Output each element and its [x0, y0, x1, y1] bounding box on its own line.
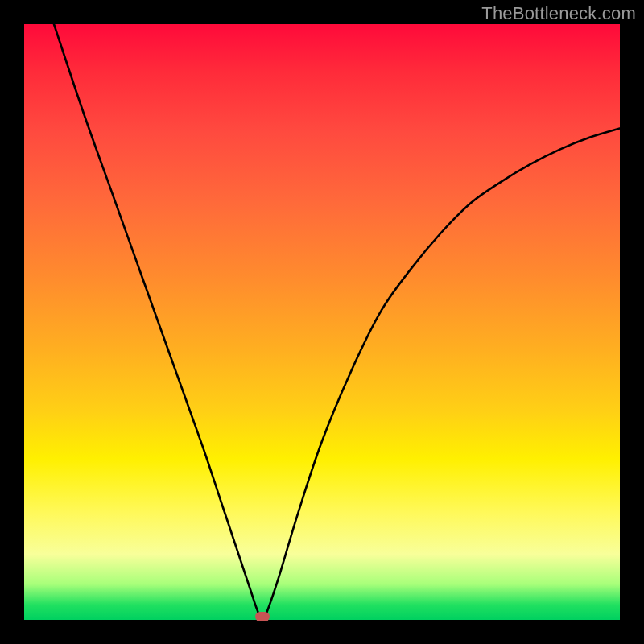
chart-frame: TheBottleneck.com: [0, 0, 644, 644]
bottleneck-minimum-marker: [255, 612, 270, 621]
bottleneck-curve: [24, 24, 620, 620]
watermark-text: TheBottleneck.com: [481, 3, 636, 24]
plot-area: [24, 24, 620, 620]
